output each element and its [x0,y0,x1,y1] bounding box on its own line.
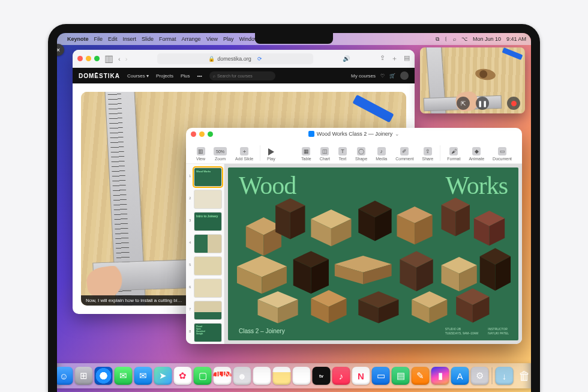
desktop: Keynote File Edit Insert Slide Format Ar… [57,33,531,392]
tool-table[interactable]: ▦Table [297,147,316,161]
site-search[interactable]: ⌕ Search for courses [209,71,275,80]
tool-media[interactable]: ♪Media [371,147,391,161]
dock-finder[interactable]: ☺ [57,367,73,385]
dock-maps[interactable]: ➤ [154,367,172,385]
pip-record-indicator[interactable] [507,97,520,110]
tool-play[interactable]: Play [263,148,280,161]
dock-numbers[interactable]: ▤ [392,367,410,385]
nav-projects[interactable]: Projects [156,73,173,79]
picture-in-picture[interactable]: ⇱ ❚❚ [420,47,525,113]
share-icon[interactable]: ⇪ [380,54,385,63]
control-center-icon[interactable]: ⌥ [461,36,467,42]
my-courses-link[interactable]: My courses [351,73,376,79]
tool-animate[interactable]: ◆Animate [464,147,488,161]
notifications-icon[interactable]: ♡ [380,73,385,79]
menu-edit[interactable]: Edit [108,36,118,42]
dock-news[interactable]: N [352,367,370,385]
avatar[interactable] [400,71,409,80]
screen-mirror-icon[interactable]: ⧉ [436,36,439,43]
slide-thumb-7[interactable]: 7 [194,301,222,320]
close-button[interactable] [191,131,196,137]
reader-reload-icon[interactable]: ⟳ [257,56,262,62]
slide-thumb-4[interactable]: 4 [194,234,222,253]
dock-appstore[interactable]: A [451,367,469,385]
menu-arrange[interactable]: Arrange [182,36,201,42]
menu-play[interactable]: Play [223,36,234,42]
dock-tv[interactable]: tv [313,367,331,385]
chevron-down-icon[interactable]: ⌄ [395,131,400,137]
slide-thumb-6[interactable]: 6 [194,279,222,298]
dock-music[interactable]: ♪ [332,367,350,385]
nav-courses[interactable]: Courses ▾ [127,73,149,79]
tool-comment[interactable]: ✐Comment [391,147,418,161]
tabs-overview-icon[interactable]: ▤ [404,54,410,63]
tool-format[interactable]: 🖌Format [443,147,464,161]
tool-chart[interactable]: ◫Chart [316,147,334,161]
fullscreen-button[interactable] [94,56,100,61]
back-button[interactable]: ‹ [118,55,121,62]
window-controls [77,56,100,61]
address-bar[interactable]: 🔒 domestika.org ⟳ [157,53,313,64]
menu-app-name[interactable]: Keynote [67,36,89,42]
dock-messages[interactable]: ✉ [115,367,133,385]
menu-format[interactable]: Format [159,36,176,42]
pip-pause-button[interactable]: ❚❚ [476,97,489,110]
minimize-button[interactable] [86,56,91,61]
menu-file[interactable]: File [94,36,103,42]
slide-thumb-3[interactable]: 3Intro to Joinery [194,212,222,231]
dock: ☺⊞✉✉➤✿▢JUN10☻☰✎tv♪N▭▤✎▮A⚙↓🗑 [57,363,531,388]
minimize-button[interactable] [199,131,205,137]
dock-reminders[interactable]: ☰ [253,367,271,385]
tool-shape[interactable]: ◯Shape [351,147,371,161]
dock-facetime[interactable]: ▢ [194,367,212,385]
slide-navigator[interactable]: 1Wood Works 2 3Intro to Joinery 4 5 6 7 … [186,164,224,344]
keynote-window[interactable]: Wood Works Class 2 — Joinery ⌄ ▥View 50%… [186,128,522,344]
dock-downloads[interactable]: ↓ [496,367,514,385]
menu-view[interactable]: View [206,36,218,42]
cart-icon[interactable]: 🛒 [389,73,395,79]
dock-mail[interactable]: ✉ [134,367,152,385]
dock-settings[interactable]: ⚙ [471,367,489,385]
dock-trash[interactable]: 🗑 [515,367,532,385]
tool-document[interactable]: ▭Document [488,147,516,161]
menu-date[interactable]: Mon Jun 10 [473,36,501,42]
tool-share[interactable]: ⇪Share [418,147,438,161]
slide-canvas[interactable]: Wood Works [224,164,522,344]
domestika-logo[interactable]: DOMĒSTIKA [79,73,120,79]
dock-contacts[interactable]: ☻ [233,367,251,385]
dock-pages[interactable]: ✎ [412,367,430,385]
sidebar-toggle-icon[interactable]: ▥ [104,53,113,64]
nav-more[interactable]: ••• [197,73,202,79]
spotlight-icon[interactable]: ⌕ [453,36,456,42]
dock-iphone-mirror[interactable]: ▮ [431,367,449,385]
new-tab-button[interactable]: ＋ [391,54,398,63]
dock-notes[interactable] [273,367,291,385]
dock-calendar[interactable]: JUN10 [214,367,232,385]
blocks-svg [234,194,512,324]
dock-keynote[interactable]: ▭ [372,367,390,385]
nav-plus[interactable]: Plus [181,73,190,79]
tool-view[interactable]: ▥View [192,147,209,161]
audio-icon[interactable]: 🔊 [343,55,350,62]
tool-text[interactable]: TText [334,147,351,161]
dock-launchpad[interactable]: ⊞ [75,367,93,385]
pip-restore-button[interactable]: ⇱ [457,97,470,110]
wifi-icon[interactable]: ⧙ [445,36,448,42]
pip-close-button[interactable]: × [57,44,64,56]
tool-add-slide[interactable]: ＋Add Slide [231,147,257,161]
forward-button[interactable]: › [125,55,128,62]
dock-photos[interactable]: ✿ [174,367,192,385]
close-button[interactable] [77,56,83,61]
slide-thumb-1[interactable]: 1Wood Works [194,167,222,187]
tool-zoom[interactable]: 50%Zoom [209,147,231,161]
menu-time[interactable]: 9:41 AM [506,36,526,42]
slide[interactable]: Wood Works [228,167,518,340]
menu-slide[interactable]: Slide [142,36,154,42]
dock-safari[interactable] [95,367,113,385]
slide-thumb-5[interactable]: 5 [194,256,222,276]
slide-thumb-2[interactable]: 2 [194,190,222,209]
fullscreen-button[interactable] [208,131,213,137]
menu-insert[interactable]: Insert [123,36,137,42]
slide-thumb-8[interactable]: 8Pinned Open Haunched Straight [194,323,222,342]
dock-freeform[interactable]: ✎ [293,367,311,385]
